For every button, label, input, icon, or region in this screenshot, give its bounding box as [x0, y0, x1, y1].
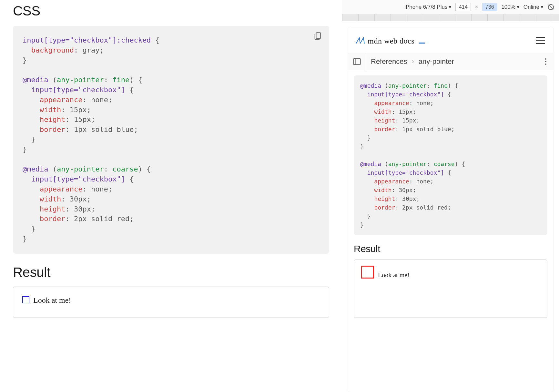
mobile-result-heading: Result — [354, 243, 547, 254]
crumb-divider — [366, 53, 366, 70]
breadcrumb: References › any-pointer — [348, 53, 553, 70]
devtools-toolbar: iPhone 6/7/8 Plus▾ × 100%▾ Online▾ — [342, 0, 559, 14]
css-heading: CSS — [13, 3, 329, 19]
svg-rect-0 — [316, 33, 320, 39]
throttle-select[interactable]: Online▾ — [523, 4, 544, 10]
rotate-icon[interactable] — [547, 4, 554, 11]
mobile-frame: /\/\ mdn web docs References › any-point… — [342, 21, 559, 392]
result-preview: Look at me! — [13, 287, 329, 318]
chevron-right-icon: › — [412, 57, 414, 66]
mdn-header: /\/\ mdn web docs — [348, 27, 553, 53]
mobile-screen: /\/\ mdn web docs References › any-point… — [348, 27, 553, 392]
sidebar-toggle-icon[interactable] — [352, 57, 361, 66]
device-select[interactable]: iPhone 6/7/8 Plus▾ — [404, 4, 452, 10]
breadcrumb-references[interactable]: References — [371, 57, 407, 66]
mdn-logo-icon: /\/\ — [356, 35, 364, 46]
devtools-responsive-pane: iPhone 6/7/8 Plus▾ × 100%▾ Online▾ /\/\ … — [342, 0, 559, 392]
result-heading: Result — [13, 265, 329, 280]
mobile-result-label: Look at me! — [378, 271, 410, 279]
svg-rect-2 — [354, 59, 361, 65]
result-checkbox-coarse[interactable] — [361, 266, 374, 279]
mobile-code-block: @media (any-pointer: fine) { input[type=… — [354, 75, 547, 235]
result-checkbox-fine[interactable] — [22, 296, 29, 303]
viewport-height-input[interactable] — [482, 3, 497, 11]
mdn-logo[interactable]: /\/\ mdn web docs — [356, 35, 425, 46]
viewport-width-input[interactable] — [455, 3, 471, 11]
devtools-ruler — [342, 14, 559, 21]
mobile-result-preview: Look at me! — [354, 260, 547, 318]
breadcrumb-current[interactable]: any-pointer — [419, 57, 454, 66]
dim-separator: × — [475, 4, 478, 10]
docs-main-pane: CSS input[type="checkbox"]:checked { bac… — [0, 0, 342, 392]
css-code-block: input[type="checkbox"]:checked { backgro… — [13, 26, 329, 254]
mdn-logo-text: mdn web docs — [368, 37, 414, 45]
zoom-select[interactable]: 100%▾ — [501, 4, 519, 10]
mdn-cursor-icon — [419, 43, 425, 44]
hamburger-icon[interactable] — [536, 37, 545, 44]
kebab-icon[interactable] — [543, 58, 549, 65]
mobile-content: @media (any-pointer: fine) { input[type=… — [348, 70, 553, 318]
result-label: Look at me! — [33, 296, 71, 305]
copy-icon[interactable] — [313, 32, 322, 41]
